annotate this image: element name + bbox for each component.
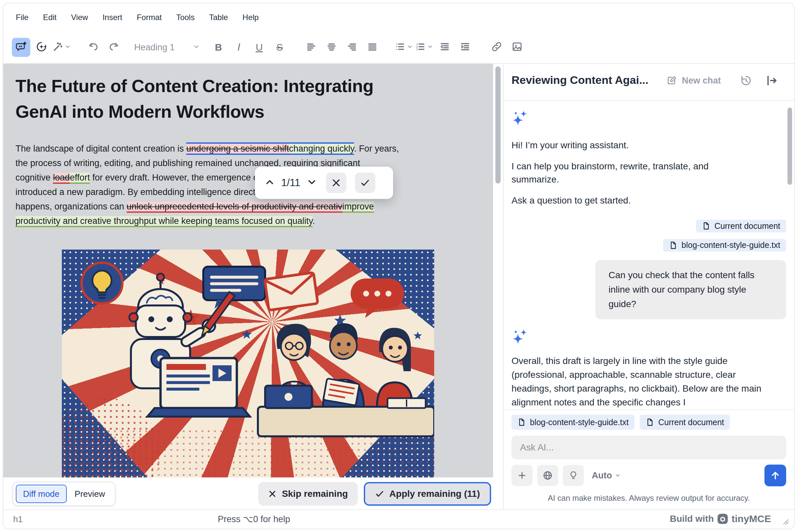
attach-button[interactable]: [512, 465, 533, 486]
editor-canvas[interactable]: The Future of Content Creation: Integrat…: [3, 64, 493, 477]
plus-icon: [517, 471, 527, 480]
menu-item-view[interactable]: View: [71, 13, 88, 22]
diff-segment[interactable]: improve: [342, 202, 374, 213]
undo-button[interactable]: [84, 38, 103, 57]
document-body[interactable]: The Future of Content Creation: Integrat…: [16, 73, 486, 228]
svg-text:3: 3: [416, 48, 418, 51]
diff-segment[interactable]: effort: [70, 173, 90, 184]
menu-item-tools[interactable]: Tools: [176, 13, 195, 22]
menu-item-format[interactable]: Format: [137, 13, 162, 22]
preview-button[interactable]: Preview: [68, 489, 112, 499]
composer-chip-style-guide[interactable]: blog-content-style-guide.txt: [512, 415, 634, 430]
assistant-message: I can help you brainstorm, rewrite, tran…: [512, 160, 735, 186]
align-right-button[interactable]: [343, 38, 361, 57]
sidebar-scrollbar-thumb[interactable]: [787, 108, 792, 185]
ask-ai-input[interactable]: [512, 436, 786, 459]
bullet-list-icon: [395, 41, 405, 53]
strikethrough-button[interactable]: S: [271, 38, 289, 57]
composer-chip-current-document[interactable]: Current document: [640, 415, 730, 430]
diff-mode-button[interactable]: Diff mode: [16, 484, 67, 503]
editor-scrollbar-thumb[interactable]: [495, 66, 501, 184]
check-icon: [375, 489, 384, 498]
previous-change-button[interactable]: [264, 176, 275, 189]
italic-button[interactable]: I: [229, 38, 248, 57]
document-icon: [702, 222, 710, 230]
editor-footer: Diff mode Preview Skip remaining Apply r…: [3, 477, 503, 512]
collapse-sidebar-button[interactable]: [765, 74, 778, 88]
diff-navigator: 1/11: [255, 167, 393, 199]
help-shortcut-text: Press ⌥0 for help: [218, 514, 290, 525]
context-chip-style-guide[interactable]: blog-content-style-guide.txt: [663, 239, 786, 252]
ai-chat-icon: [16, 41, 26, 54]
bullet-list-button[interactable]: [395, 38, 413, 57]
main-area: The Future of Content Creation: Integrat…: [3, 64, 794, 510]
align-left-button[interactable]: [302, 38, 320, 57]
chat-scroll-area[interactable]: Hi! I’m your writing assistant. I can he…: [504, 101, 794, 410]
diff-segment[interactable]: changing quickly: [289, 142, 354, 155]
chat-history-button[interactable]: [740, 74, 752, 88]
menu-item-help[interactable]: Help: [242, 13, 259, 22]
view-mode-toggle: Diff mode Preview: [13, 482, 115, 506]
menu-item-file[interactable]: File: [16, 13, 29, 22]
numbered-list-button[interactable]: 1 2 3: [415, 38, 433, 57]
paragraph-text: happens, organizations can: [16, 202, 127, 211]
outdent-button[interactable]: [435, 38, 454, 57]
diff-segment[interactable]: unlock unprecedented levels of productiv…: [127, 202, 342, 213]
underline-button[interactable]: U: [250, 38, 268, 57]
brand-prefix: Build with: [670, 514, 714, 524]
bold-button[interactable]: B: [209, 38, 228, 57]
diff-segment[interactable]: productivity and creative throughput whi…: [16, 216, 313, 227]
redo-button[interactable]: [105, 38, 123, 57]
align-justify-button[interactable]: [363, 38, 382, 57]
document-paragraph[interactable]: The landscape of digital content creatio…: [16, 141, 489, 228]
indent-button[interactable]: [456, 38, 474, 57]
context-chip-current-document[interactable]: Current document: [696, 220, 786, 232]
chevron-down-icon: [614, 472, 621, 479]
image-button[interactable]: [508, 38, 526, 57]
compose-icon: [666, 75, 677, 86]
menu-item-insert[interactable]: Insert: [103, 13, 122, 22]
menu-item-edit[interactable]: Edit: [43, 13, 57, 22]
accept-change-button[interactable]: [355, 173, 375, 193]
link-button[interactable]: [487, 38, 506, 57]
brand-name: tinyMCE: [731, 513, 771, 525]
new-chat-button[interactable]: New chat: [666, 75, 721, 86]
web-search-button[interactable]: [537, 465, 558, 486]
ai-review-button[interactable]: [32, 38, 51, 57]
align-left-icon: [306, 41, 316, 53]
element-path[interactable]: h1: [13, 514, 23, 525]
apply-remaining-button[interactable]: Apply remaining (11): [364, 482, 491, 506]
ai-assistant-button[interactable]: [12, 38, 30, 57]
app-window: File Edit View Insert Format Tools Table…: [3, 3, 795, 529]
footer-actions: Skip remaining Apply remaining (11): [258, 482, 491, 506]
next-change-button[interactable]: [306, 176, 317, 189]
status-bar: h1 Press ⌥0 for help Build with tinyMCE: [3, 509, 794, 529]
apply-remaining-label: Apply remaining (11): [389, 489, 480, 499]
menu-item-table[interactable]: Table: [209, 13, 228, 22]
user-message: Can you check that the content falls inl…: [595, 260, 786, 319]
branding[interactable]: Build with tinyMCE: [670, 513, 771, 525]
diff-segment[interactable]: undergoing a seismic shift: [186, 142, 289, 155]
link-icon: [491, 41, 502, 54]
diff-segment[interactable]: load: [53, 173, 70, 184]
undo-icon: [88, 41, 99, 54]
reject-change-button[interactable]: [326, 173, 346, 193]
document-title-line2: GenAI into Modern Workflows: [16, 101, 264, 121]
close-icon: [331, 178, 341, 188]
check-icon: [360, 178, 370, 188]
model-mode-select[interactable]: Auto: [592, 471, 621, 481]
send-button[interactable]: [764, 464, 786, 486]
block-format-select[interactable]: Heading 1: [132, 42, 203, 53]
chat-title: Reviewing Content Agai...: [512, 74, 666, 87]
align-center-button[interactable]: [322, 38, 341, 57]
document-title[interactable]: The Future of Content Creation: Integrat…: [16, 73, 486, 124]
new-chat-label: New chat: [682, 76, 721, 86]
skip-remaining-button[interactable]: Skip remaining: [258, 482, 358, 506]
arrow-up-icon: [770, 470, 781, 481]
tinymce-logo-icon: [717, 513, 728, 525]
ai-shortcuts-button[interactable]: [53, 38, 71, 57]
resize-handle-icon[interactable]: [781, 517, 790, 526]
document-image[interactable]: [62, 250, 434, 477]
editor-scrollbar[interactable]: [493, 64, 503, 477]
suggestions-button[interactable]: [563, 465, 584, 486]
